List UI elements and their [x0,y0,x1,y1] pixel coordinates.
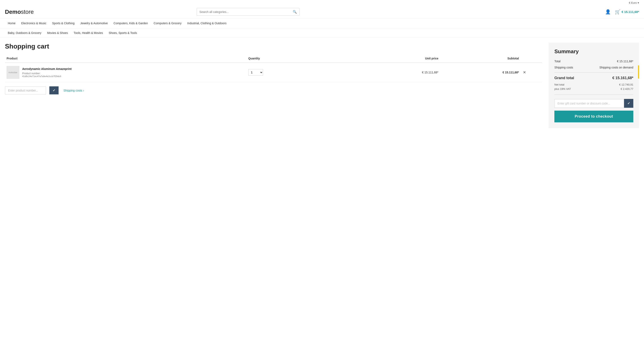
cart-button[interactable]: 🛒 € 15.111,68* [615,9,639,14]
logo-bold: Demo [5,9,21,15]
product-name: Aerodynamic Aluminum Amazeprint [22,67,72,71]
main-content: Shopping cart Product Quantity Unit pric… [0,38,644,133]
cart-total: € 15.111,68* [622,10,639,14]
product-number-label: Product number: 41d8c24e71ec47a7a9e4e2cc… [22,72,72,78]
header-actions: 👤 🛒 € 15.111,68* [605,9,639,14]
cart-table: Product Quantity Unit price Subtotal mol… [5,55,542,82]
nav-item-movies[interactable]: Movies & Shoes [44,30,71,36]
nav-item-baby[interactable]: Baby, Outdoors & Grocery [5,30,44,36]
site-header: Demostore 🔍 👤 🛒 € 15.111,68* [0,6,644,18]
grand-total-label: Grand total [554,76,574,80]
user-icon[interactable]: 👤 [605,9,611,14]
net-total-label: Net total [554,83,564,86]
summary-grand-total-row: Grand total € 15.161,68* [554,76,633,80]
quantity-select[interactable]: 1 2 3 4 5 [248,69,263,76]
cart-icon: 🛒 [615,9,620,14]
nav-item-sports[interactable]: Sports & Clothing [49,20,78,26]
summary-total-row: Total € 15.111,68* [554,60,633,63]
total-value: € 15.111,68* [617,60,633,63]
shipping-accent-bar [638,66,639,78]
nav-item-computers-kids[interactable]: Computers, Kids & Garden [110,20,151,26]
subtotal-value: € 15.111,68* [502,71,519,74]
nav-item-shoes[interactable]: Shoes, Sports & Tools [106,30,140,36]
discount-row: ✓ [554,99,633,108]
nav-item-jewelry[interactable]: Jewelry & Automotive [77,20,110,26]
search-input[interactable] [200,10,291,14]
add-product-button[interactable]: ✓ [49,86,58,94]
shipping-costs-link[interactable]: Shipping costs › [64,89,84,92]
logo-light: store [21,9,34,15]
summary-divider2 [554,94,633,95]
cart-section: Shopping cart Product Quantity Unit pric… [5,42,542,94]
summary-net-row: Net total € 12.740,91 [554,83,633,86]
search-icon[interactable]: 🔍 [293,10,297,14]
cart-bottom: ✓ Shipping costs › [5,86,542,94]
search-bar: 🔍 [197,8,300,16]
cart-title: Shopping cart [5,42,542,50]
product-thumbnail: molestiae [6,66,19,79]
product-info: Aerodynamic Aluminum Amazeprint Product … [22,67,72,78]
nav-item-electronics[interactable]: Electronics & Music [18,20,49,26]
net-total-value: € 12.740,91 [619,83,633,86]
remove-item-button[interactable]: ✕ [522,69,527,76]
site-logo[interactable]: Demostore [5,9,42,15]
summary-section: Summary Total € 15.111,68* Shipping cost… [548,42,639,128]
currency-label: € Euro [629,1,637,4]
nav-item-computers-grocery[interactable]: Computers & Grocery [151,20,184,26]
grand-total-value: € 15.161,68* [612,76,633,80]
discount-input[interactable] [554,99,624,108]
shipping-value: Shipping costs on demand [600,66,633,69]
summary-title: Summary [554,48,633,55]
vat-value: € 2.420,77 [621,88,633,90]
col-subtotal: Subtotal [440,55,521,63]
product-number-input[interactable] [5,86,46,94]
col-product: Product [5,55,247,63]
nav-item-home[interactable]: Home [5,20,18,26]
summary-shipping-row: Shipping costs Shipping costs on demand [554,66,633,69]
col-quantity: Quantity [247,55,343,63]
shipping-label: Shipping costs [554,66,573,69]
unit-price-value: € 15.111,68* [422,71,438,74]
nav-item-industrial[interactable]: Industrial, Clothing & Outdoors [184,20,230,26]
nav-item-tools[interactable]: Tools, Health & Movies [71,30,106,36]
checkout-button[interactable]: Proceed to checkout [554,110,633,122]
shipping-arrow-icon: › [83,89,84,92]
vat-label: plus 19% VAT [554,88,571,90]
nav-row-2: Baby, Outdoors & Grocery Movies & Shoes … [0,28,644,38]
total-label: Total [554,60,560,63]
currency-arrow-icon: ▾ [638,1,639,4]
currency-selector[interactable]: € Euro ▾ [629,1,639,4]
discount-apply-button[interactable]: ✓ [624,99,633,108]
table-row: molestiae Aerodynamic Aluminum Amazeprin… [5,63,542,82]
col-unit-price: Unit price [343,55,440,63]
summary-vat-row: plus 19% VAT € 2.420,77 [554,88,633,90]
nav-row-1: Home Electronics & Music Sports & Clothi… [0,18,644,28]
